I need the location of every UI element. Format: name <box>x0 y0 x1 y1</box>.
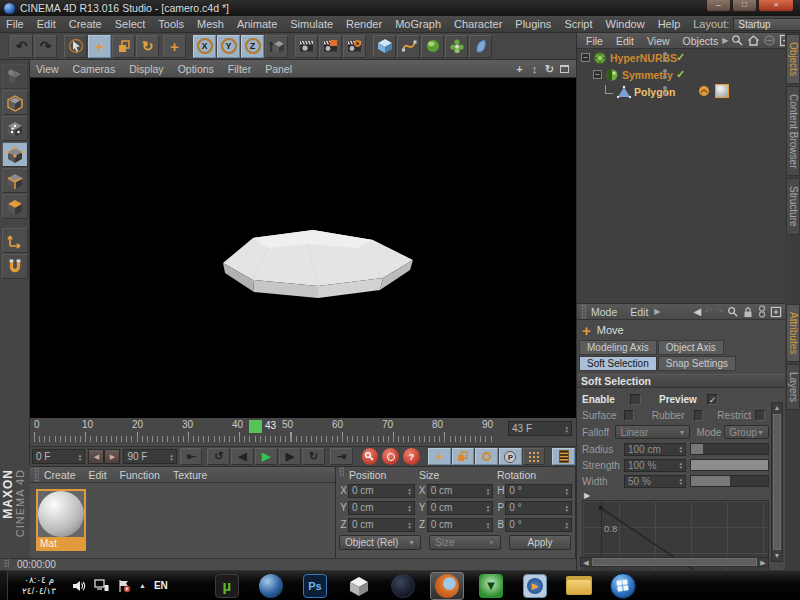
panel-grip[interactable] <box>339 467 344 477</box>
scroll-up-icon[interactable]: ▲ <box>772 403 782 413</box>
close-button[interactable]: × <box>758 0 794 12</box>
play-loop-button[interactable]: ↻ <box>302 448 325 465</box>
show-desktop-button[interactable] <box>0 571 8 600</box>
attributes-horizontal-scrollbar[interactable]: ◀ ▶ <box>580 557 769 567</box>
viewport-menu-panel[interactable]: Panel <box>265 63 292 75</box>
range-start-field[interactable]: 0 F ▴▾ <box>32 449 85 464</box>
material-menu-create[interactable]: Create <box>44 469 76 481</box>
record-position-button[interactable]: + <box>428 448 451 465</box>
last-tool-button[interactable]: + <box>163 35 186 58</box>
render-region-button[interactable] <box>319 35 342 58</box>
lock-x-axis-button[interactable]: X <box>193 35 216 58</box>
autokeying-button[interactable] <box>382 448 399 465</box>
record-keyframe-button[interactable] <box>362 448 379 465</box>
viewport[interactable] <box>30 78 576 418</box>
record-parameter-button[interactable]: P <box>499 448 522 465</box>
goto-end-button[interactable]: ⇥ <box>330 448 353 465</box>
enabled-check-icon[interactable]: ✓ <box>676 68 685 81</box>
tab-content-browser[interactable]: Content Browser <box>786 86 800 176</box>
viewport-menu-view[interactable]: View <box>36 63 59 75</box>
strength-slider[interactable] <box>690 459 769 471</box>
am-menu-edit[interactable]: Edit <box>630 306 648 318</box>
material-menu-function[interactable]: Function <box>120 469 160 481</box>
tab-structure[interactable]: Structure <box>786 178 800 235</box>
menu-help[interactable]: Help <box>658 18 681 30</box>
menu-select[interactable]: Select <box>115 18 146 30</box>
width-slider[interactable] <box>690 475 769 487</box>
idm-taskbar-icon[interactable]: ▼ <box>474 572 508 600</box>
panel-grip[interactable] <box>34 467 39 482</box>
phong-tag-icon[interactable] <box>697 84 711 98</box>
tab-objects[interactable]: Objects <box>786 34 800 84</box>
soft-selection-section-header[interactable]: Soft Selection <box>577 374 785 388</box>
render-view-button[interactable] <box>295 35 318 58</box>
radius-slider[interactable] <box>690 443 769 455</box>
object-label[interactable]: Polygon <box>634 86 675 98</box>
polygon-object[interactable] <box>208 218 428 308</box>
add-nurbs-generator-button[interactable] <box>421 35 444 58</box>
menu-render[interactable]: Render <box>346 18 382 30</box>
render-settings-button[interactable] <box>343 35 366 58</box>
preview-checkbox[interactable]: ✓ <box>707 394 718 405</box>
material-menu-texture[interactable]: Texture <box>173 469 207 481</box>
viewport-pan-icon[interactable]: + <box>512 62 527 76</box>
menu-plugins[interactable]: Plugins <box>515 18 551 30</box>
scrollbar-thumb[interactable] <box>592 558 757 566</box>
viewport-menu-display[interactable]: Display <box>129 63 163 75</box>
menu-mograph[interactable]: MoGraph <box>395 18 441 30</box>
cinema4d-taskbar-icon[interactable] <box>254 572 288 600</box>
media-player-taskbar-icon[interactable]: ▶ <box>518 572 552 600</box>
menu-edit[interactable]: Edit <box>37 18 56 30</box>
material-thumbnail[interactable]: Mat <box>36 489 86 551</box>
search-icon[interactable] <box>727 306 739 318</box>
live-selection-button[interactable] <box>64 35 87 58</box>
menu-animate[interactable]: Animate <box>237 18 277 30</box>
explorer-taskbar-icon[interactable] <box>562 572 596 600</box>
scroll-down-icon[interactable]: ▼ <box>772 551 782 561</box>
om-menu-edit[interactable]: Edit <box>616 35 634 47</box>
viewport-menu-filter[interactable]: Filter <box>228 63 251 75</box>
apply-button[interactable]: Apply <box>509 535 571 550</box>
tree-row-symmetry[interactable]: − Symmetry ✓ <box>577 66 785 83</box>
history-back-icon[interactable]: ◀ <box>694 306 702 317</box>
coord-mode-dropdown[interactable]: Object (Rel)▼ <box>339 535 421 550</box>
firefox-taskbar-icon[interactable] <box>430 572 464 600</box>
quicktime-taskbar-icon[interactable] <box>386 572 420 600</box>
size-x-field[interactable]: 0 cm▴▾ <box>427 484 494 498</box>
add-deformer-button[interactable] <box>469 35 492 58</box>
menu-overflow-icon[interactable]: ▶ <box>654 307 660 316</box>
next-key-button[interactable]: ▶ <box>104 449 120 464</box>
snap-magnet-button[interactable] <box>2 254 28 279</box>
om-menu-file[interactable]: File <box>586 35 603 47</box>
menu-tools[interactable]: Tools <box>158 18 184 30</box>
material-tag-icon[interactable] <box>715 84 729 98</box>
panel-detach-icon[interactable] <box>770 306 782 318</box>
rot-b-field[interactable]: 0 °▴▾ <box>505 518 572 532</box>
viewport-menu-cameras[interactable]: Cameras <box>73 63 116 75</box>
lock-y-axis-button[interactable]: Y <box>217 35 240 58</box>
viewport-maximize-icon[interactable] <box>560 65 569 73</box>
panel-grip[interactable] <box>581 304 586 319</box>
edges-mode-button[interactable] <box>2 168 28 193</box>
rotate-tool-button[interactable]: ↻ <box>136 35 159 58</box>
layout-dropdown[interactable]: Startup ▼ <box>733 18 800 31</box>
menu-simulate[interactable]: Simulate <box>290 18 333 30</box>
rubber-checkbox[interactable] <box>694 410 704 421</box>
title-bar[interactable]: CINEMA 4D R13.016 Studio - [camero.c4d *… <box>0 0 800 16</box>
start-button[interactable] <box>606 572 640 600</box>
goto-start-button[interactable]: ⇤ <box>180 448 203 465</box>
network-icon[interactable] <box>94 579 109 592</box>
curve-expander-icon[interactable]: ▶ <box>584 491 769 500</box>
pos-z-field[interactable]: 0 cm▴▾ <box>348 518 415 532</box>
menu-file[interactable]: File <box>6 18 24 30</box>
add-spline-button[interactable] <box>397 35 420 58</box>
search-icon[interactable] <box>731 34 744 47</box>
coord-size-dropdown[interactable]: Size▼ <box>429 535 501 550</box>
viewport-zoom-icon[interactable]: ↕ <box>527 62 542 76</box>
photoshop-taskbar-icon[interactable]: Ps <box>298 572 332 600</box>
tab-soft-selection[interactable]: Soft Selection <box>579 356 657 371</box>
minimize-button[interactable]: – <box>706 0 731 12</box>
material-name[interactable]: Mat <box>38 537 84 550</box>
move-tool-button[interactable]: + <box>88 35 111 58</box>
viewport-menu-options[interactable]: Options <box>178 63 214 75</box>
